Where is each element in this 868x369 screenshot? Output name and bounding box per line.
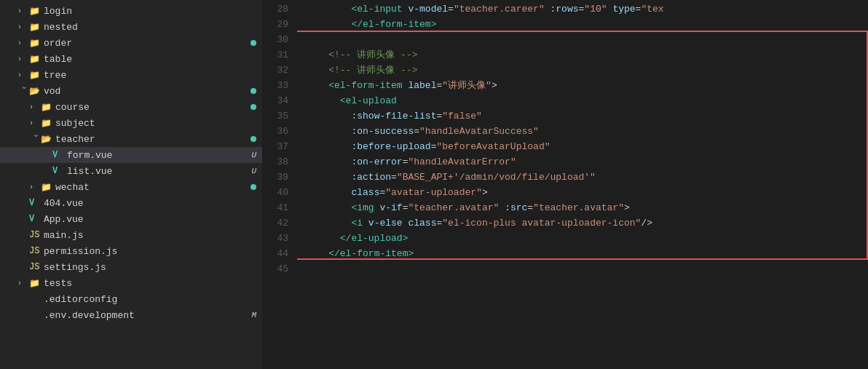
code-line: <!-- 讲师头像 --> xyxy=(306,63,868,78)
collapse-arrow: › xyxy=(31,133,39,145)
folder-icon: 📁 xyxy=(29,278,41,289)
collapse-arrow: › xyxy=(17,39,29,47)
collapse-arrow: › xyxy=(29,183,41,191)
modified-badge: M xyxy=(251,311,256,320)
code-line: </el-form-item> xyxy=(306,17,868,32)
vue-file-icon: V xyxy=(52,150,64,160)
vue-file-icon: V xyxy=(29,214,41,224)
collapse-arrow: › xyxy=(17,279,29,287)
modified-badge: U xyxy=(251,151,256,159)
folder-icon: 📁 xyxy=(41,118,52,129)
js-file-icon: JS xyxy=(29,262,41,272)
sidebar-item-app-vue[interactable]: V App.vue xyxy=(0,211,262,227)
code-editor: 28 29 30 31 32 33 34 35 36 37 38 39 40 4… xyxy=(262,0,868,369)
collapse-arrow: › xyxy=(29,103,41,111)
folder-icon: 📁 xyxy=(29,22,41,33)
sidebar-item-label: permission.js xyxy=(44,246,262,257)
sidebar-item-label: form.vue xyxy=(67,150,251,161)
sidebar-item-label: nested xyxy=(44,22,262,33)
folder-icon: 📁 xyxy=(29,70,41,81)
sidebar-item-wechat[interactable]: › 📁 wechat xyxy=(0,179,262,195)
code-line: <el-upload xyxy=(306,93,868,108)
git-badge xyxy=(250,104,256,110)
sidebar-item-tests[interactable]: › 📁 tests xyxy=(0,275,262,291)
js-file-icon: JS xyxy=(29,246,41,256)
sidebar-item-label: login xyxy=(44,6,262,17)
sidebar-item-login[interactable]: › 📁 login xyxy=(0,3,262,19)
collapse-arrow: › xyxy=(17,71,29,79)
sidebar-item-table[interactable]: › 📁 table xyxy=(0,51,262,67)
collapse-arrow: › xyxy=(29,119,41,127)
sidebar-item-order[interactable]: › 📁 order xyxy=(0,35,262,51)
sidebar-item-label: order xyxy=(44,38,250,49)
sidebar-item-main-js[interactable]: JS main.js xyxy=(0,227,262,243)
sidebar-item-label: course xyxy=(55,102,250,113)
modified-badge: U xyxy=(251,167,256,175)
code-line: :show-file-list="false" xyxy=(306,108,868,124)
sidebar-item-label: 404.vue xyxy=(44,198,262,209)
folder-icon: 📁 xyxy=(29,54,41,65)
code-line: </el-form-item> xyxy=(306,246,868,261)
sidebar-item-vod[interactable]: › 📂 vod xyxy=(0,83,262,99)
sidebar-item-label: settings.js xyxy=(44,262,262,273)
sidebar-item-label: main.js xyxy=(44,230,262,241)
folder-icon: 📁 xyxy=(41,102,52,113)
git-badge xyxy=(250,136,256,142)
vue-file-icon: V xyxy=(29,198,41,208)
sidebar-item-form-vue[interactable]: V form.vue U xyxy=(0,147,262,163)
git-badge xyxy=(250,88,256,94)
sidebar-item-label: tree xyxy=(44,70,262,81)
sidebar-item-course[interactable]: › 📁 course xyxy=(0,99,262,115)
collapse-arrow: › xyxy=(17,55,29,63)
folder-icon: 📁 xyxy=(29,6,41,17)
sidebar-item-editorconfig[interactable]: .editorconfig xyxy=(0,291,262,307)
file-explorer: › 📁 login › 📁 nested › 📁 order › 📁 table… xyxy=(0,0,262,369)
folder-icon: 📁 xyxy=(41,182,52,193)
code-line: </el-upload> xyxy=(306,231,868,246)
sidebar-item-label: vod xyxy=(44,86,250,97)
code-line xyxy=(306,261,868,277)
code-line: <!-- 讲师头像 --> xyxy=(306,47,868,63)
sidebar-item-label: tests xyxy=(44,278,262,289)
sidebar-item-env-development[interactable]: .env.development M xyxy=(0,307,262,323)
code-line: <el-input v-model="teacher.career" :rows… xyxy=(306,1,868,17)
folder-icon: 📂 xyxy=(29,86,41,97)
code-line: :on-error="handleAvatarError" xyxy=(306,154,868,170)
collapse-arrow: › xyxy=(17,7,29,15)
code-line: :before-upload="beforeAvatarUpload" xyxy=(306,139,868,154)
code-line xyxy=(306,32,868,47)
code-line: class="avatar-uploader"> xyxy=(306,185,868,200)
vue-file-icon: V xyxy=(52,166,64,176)
sidebar-item-label: list.vue xyxy=(67,166,251,177)
code-line: :on-success="handleAvatarSuccess" xyxy=(306,124,868,139)
code-content: <el-input v-model="teacher.career" :rows… xyxy=(297,0,868,369)
sidebar-item-tree[interactable]: › 📁 tree xyxy=(0,67,262,83)
code-line: <el-form-item label="讲师头像"> xyxy=(306,78,868,93)
code-line: :action="BASE_API+'/admin/vod/file/uploa… xyxy=(306,170,868,185)
git-badge xyxy=(250,184,256,190)
sidebar-item-label: teacher xyxy=(55,134,250,145)
sidebar-item-list-vue[interactable]: V list.vue U xyxy=(0,163,262,179)
sidebar-item-label: table xyxy=(44,54,262,65)
sidebar-item-subject[interactable]: › 📁 subject xyxy=(0,115,262,131)
sidebar-item-label: wechat xyxy=(55,182,250,193)
collapse-arrow: › xyxy=(17,23,29,31)
sidebar-item-permission-js[interactable]: JS permission.js xyxy=(0,243,262,259)
git-badge xyxy=(250,40,256,46)
sidebar-item-teacher[interactable]: › 📂 teacher xyxy=(0,131,262,147)
js-file-icon: JS xyxy=(29,230,41,240)
sidebar-item-settings-js[interactable]: JS settings.js xyxy=(0,259,262,275)
sidebar-item-label: subject xyxy=(55,118,262,129)
line-numbers: 28 29 30 31 32 33 34 35 36 37 38 39 40 4… xyxy=(262,0,297,369)
sidebar-item-label: .editorconfig xyxy=(44,294,262,305)
collapse-arrow: › xyxy=(20,85,28,97)
code-line: <i v-else class="el-icon-plus avatar-upl… xyxy=(306,215,868,231)
sidebar-item-label: .env.development xyxy=(44,310,251,321)
sidebar-item-label: App.vue xyxy=(44,214,262,225)
code-line: <img v-if="teacher.avatar" :src="teacher… xyxy=(306,200,868,215)
folder-icon: 📂 xyxy=(41,134,52,145)
sidebar-item-nested[interactable]: › 📁 nested xyxy=(0,19,262,35)
sidebar-item-404[interactable]: V 404.vue xyxy=(0,195,262,211)
folder-icon: 📁 xyxy=(29,38,41,49)
